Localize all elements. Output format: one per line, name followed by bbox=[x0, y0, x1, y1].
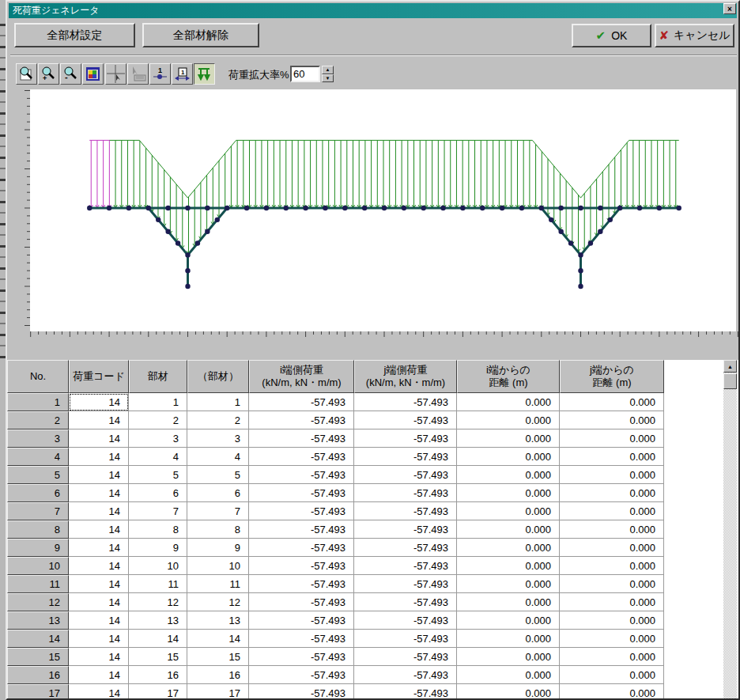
table-cell[interactable]: -57.493 bbox=[249, 429, 354, 448]
table-cell[interactable]: 10 bbox=[129, 557, 187, 575]
table-cell[interactable]: 2 bbox=[129, 411, 187, 429]
row-header[interactable]: 7 bbox=[7, 502, 69, 520]
close-icon[interactable]: × bbox=[723, 3, 736, 14]
table-cell[interactable]: -57.493 bbox=[354, 539, 457, 557]
row-header[interactable]: 3 bbox=[7, 429, 69, 448]
table-cell[interactable]: 3 bbox=[187, 429, 249, 448]
table-cell[interactable]: -57.493 bbox=[354, 448, 457, 466]
table-cell[interactable]: 0.000 bbox=[457, 539, 560, 557]
table-cell[interactable]: 14 bbox=[69, 539, 129, 557]
table-cell[interactable]: -57.493 bbox=[249, 648, 354, 666]
table-cell[interactable]: 0.000 bbox=[457, 429, 560, 448]
table-cell[interactable]: 9 bbox=[187, 539, 249, 557]
table-cell[interactable]: -57.493 bbox=[354, 393, 457, 411]
title-bar[interactable]: 死荷重ジェネレータ bbox=[9, 3, 737, 18]
table-cell[interactable]: -57.493 bbox=[354, 666, 457, 684]
table-cell[interactable]: 14 bbox=[69, 557, 129, 575]
table-cell[interactable]: 8 bbox=[129, 520, 187, 539]
table-cell[interactable]: 0.000 bbox=[560, 630, 664, 648]
display-settings-icon[interactable] bbox=[82, 63, 104, 85]
table-cell[interactable]: -57.493 bbox=[354, 429, 457, 448]
table-cell[interactable]: 14 bbox=[69, 393, 129, 411]
table-cell[interactable]: 0.000 bbox=[457, 611, 560, 630]
table-cell[interactable]: -57.493 bbox=[354, 611, 457, 630]
table-cell[interactable]: 6 bbox=[187, 484, 249, 502]
table-cell[interactable]: -57.493 bbox=[354, 411, 457, 429]
load-scale-input[interactable]: 60 bbox=[290, 66, 320, 82]
table-cell[interactable]: 0.000 bbox=[560, 557, 664, 575]
table-cell[interactable]: 0.000 bbox=[560, 502, 664, 520]
table-cell[interactable]: 0.000 bbox=[457, 484, 560, 502]
table-cell[interactable]: 0.000 bbox=[457, 502, 560, 520]
table-cell[interactable]: 0.000 bbox=[560, 593, 664, 611]
table-cell[interactable]: 0.000 bbox=[560, 666, 664, 684]
table-cell[interactable]: -57.493 bbox=[354, 502, 457, 520]
table-cell[interactable]: 14 bbox=[69, 630, 129, 648]
table-cell[interactable]: 5 bbox=[187, 466, 249, 484]
table-cell[interactable]: -57.493 bbox=[354, 684, 457, 698]
zoom-out-icon[interactable]: - bbox=[60, 63, 81, 85]
row-header[interactable]: 6 bbox=[7, 484, 69, 502]
row-header[interactable]: 9 bbox=[7, 539, 69, 557]
ok-button[interactable]: ✔ OK bbox=[572, 24, 651, 47]
table-cell[interactable]: 0.000 bbox=[457, 684, 560, 698]
table-cell[interactable]: 14 bbox=[69, 466, 129, 484]
table-cell[interactable]: 14 bbox=[69, 448, 129, 466]
table-cell[interactable]: 15 bbox=[129, 648, 187, 666]
table-cell[interactable]: 0.000 bbox=[457, 520, 560, 539]
table-cell[interactable]: 17 bbox=[129, 684, 187, 698]
table-cell[interactable]: -57.493 bbox=[249, 557, 354, 575]
table-cell[interactable]: 14 bbox=[69, 411, 129, 429]
table-cell[interactable]: 4 bbox=[187, 448, 249, 466]
table-cell[interactable]: -57.493 bbox=[249, 448, 354, 466]
table-cell[interactable]: 0.000 bbox=[457, 593, 560, 611]
spin-up-icon[interactable]: ▲ bbox=[322, 66, 334, 74]
table-cell[interactable]: 16 bbox=[187, 666, 249, 684]
table-cell[interactable]: -57.493 bbox=[249, 575, 354, 593]
table-cell[interactable]: -57.493 bbox=[354, 557, 457, 575]
row-header[interactable]: 2 bbox=[7, 411, 69, 429]
table-cell[interactable]: 7 bbox=[187, 502, 249, 520]
table-cell[interactable]: 13 bbox=[187, 611, 249, 630]
table-cell[interactable]: 1 bbox=[187, 393, 249, 411]
table-cell[interactable]: 13 bbox=[129, 611, 187, 630]
table-cell[interactable]: 12 bbox=[129, 593, 187, 611]
table-cell[interactable]: 7 bbox=[129, 502, 187, 520]
row-header[interactable]: 13 bbox=[7, 611, 69, 630]
table-cell[interactable]: 0.000 bbox=[560, 520, 664, 539]
member-numbers-icon[interactable]: 1 bbox=[172, 63, 193, 85]
table-cell[interactable]: 0.000 bbox=[457, 448, 560, 466]
table-cell[interactable]: -57.493 bbox=[354, 630, 457, 648]
table-cell[interactable]: 16 bbox=[129, 666, 187, 684]
table-cell[interactable]: -57.493 bbox=[249, 666, 354, 684]
row-header[interactable]: 14 bbox=[7, 630, 69, 648]
table-cell[interactable]: -57.493 bbox=[354, 593, 457, 611]
table-cell[interactable]: 0.000 bbox=[457, 466, 560, 484]
table-cell[interactable]: -57.493 bbox=[249, 630, 354, 648]
table-cell[interactable]: 0.000 bbox=[560, 448, 664, 466]
table-cell[interactable]: 14 bbox=[69, 502, 129, 520]
table-cell[interactable]: 0.000 bbox=[457, 666, 560, 684]
table-cell[interactable]: 14 bbox=[69, 429, 129, 448]
table-cell[interactable]: 0.000 bbox=[560, 684, 664, 698]
table-cell[interactable]: -57.493 bbox=[249, 466, 354, 484]
table-cell[interactable]: 8 bbox=[187, 520, 249, 539]
row-header[interactable]: 10 bbox=[7, 557, 69, 575]
table-cell[interactable]: 0.000 bbox=[457, 575, 560, 593]
table-cell[interactable]: 17 bbox=[187, 684, 249, 698]
table-cell[interactable]: -57.493 bbox=[354, 575, 457, 593]
row-header[interactable]: 12 bbox=[7, 593, 69, 611]
table-cell[interactable]: -57.493 bbox=[249, 484, 354, 502]
table-cell[interactable]: 5 bbox=[129, 466, 187, 484]
load-display-icon[interactable] bbox=[194, 63, 215, 85]
table-scrollbar[interactable]: ▲ bbox=[723, 360, 737, 698]
table-cell[interactable]: -57.493 bbox=[354, 520, 457, 539]
table-cell[interactable]: 0.000 bbox=[560, 429, 664, 448]
select-input-icon[interactable] bbox=[127, 63, 149, 85]
row-header[interactable]: 5 bbox=[7, 466, 69, 484]
table-cell[interactable]: 0.000 bbox=[560, 611, 664, 630]
scroll-up-icon[interactable]: ▲ bbox=[723, 360, 737, 373]
table-cell[interactable]: -57.493 bbox=[249, 684, 354, 698]
table-cell[interactable]: 14 bbox=[69, 593, 129, 611]
crosshair-icon[interactable] bbox=[105, 63, 126, 85]
